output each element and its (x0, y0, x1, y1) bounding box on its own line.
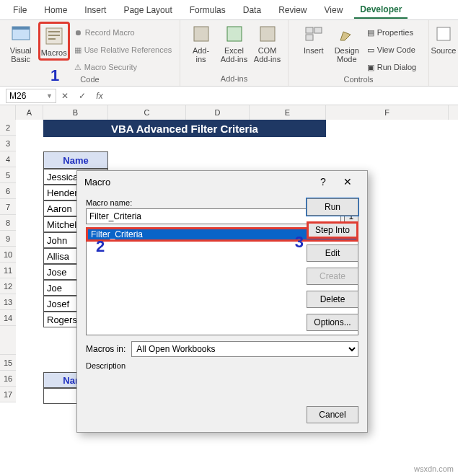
fx-button[interactable]: fx (91, 91, 108, 101)
edit-button[interactable]: Edit (307, 244, 358, 262)
cancel-button[interactable]: Cancel (307, 406, 358, 423)
addins-icon (190, 23, 212, 45)
excel-addins-button[interactable]: Excel Add-ins (219, 22, 250, 65)
row-5[interactable]: 5 (0, 167, 16, 183)
col-e[interactable]: E (250, 105, 326, 120)
insert-control-button[interactable]: Insert (298, 22, 330, 56)
row-blank[interactable] (0, 326, 16, 355)
group-code: Visual Basic Macros ⏺Record Macro ▦Use R… (0, 20, 180, 86)
tab-developer[interactable]: Developer (354, 1, 408, 19)
row-16[interactable]: 16 (0, 371, 16, 387)
record-macro-button[interactable]: ⏺Record Macro (71, 25, 175, 40)
svg-marker-12 (340, 32, 351, 40)
col-b[interactable]: B (43, 105, 108, 120)
svg-rect-1 (12, 27, 30, 30)
row-7[interactable]: 7 (0, 199, 16, 215)
macros-icon (43, 25, 65, 47)
shield-icon: ⚠ (74, 63, 82, 72)
formula-bar-row: M26▼ ✕ ✓ fx (0, 87, 458, 105)
description-label: Description (86, 361, 358, 370)
dialog-help-button[interactable]: ? (311, 176, 335, 188)
use-relative-button[interactable]: ▦Use Relative References (71, 42, 175, 58)
group-controls: Insert Design Mode ▤Properties ▭View Cod… (289, 20, 429, 86)
source-icon (433, 23, 454, 45)
properties-icon: ▤ (367, 28, 374, 38)
tab-review[interactable]: Review (273, 2, 312, 18)
row-12[interactable]: 12 (0, 278, 16, 294)
addins-button[interactable]: Add- ins (185, 22, 217, 65)
row-9[interactable]: 9 (0, 231, 16, 247)
cancel-formula-icon[interactable]: ✕ (56, 91, 74, 101)
row-13[interactable]: 13 (0, 294, 16, 310)
svg-rect-9 (306, 27, 313, 33)
svg-rect-7 (227, 27, 242, 41)
visual-basic-button[interactable]: Visual Basic (5, 22, 37, 65)
grid-icon: ▦ (74, 45, 82, 55)
design-mode-button[interactable]: Design Mode (331, 22, 363, 65)
tab-formulas[interactable]: Formulas (184, 2, 232, 18)
row-4[interactable]: 4 (0, 151, 16, 167)
com-addins-button[interactable]: COM Add-ins (252, 22, 283, 65)
view-code-icon: ▭ (367, 45, 374, 55)
dialog-titlebar[interactable]: Macro ? ✕ (77, 171, 367, 193)
macros-button[interactable]: Macros (38, 22, 70, 61)
tab-insert[interactable]: Insert (79, 2, 112, 18)
row-headers: 2 3 4 5 6 7 8 9 10 11 12 13 14 15 16 17 (0, 120, 16, 402)
tab-home[interactable]: Home (38, 2, 73, 18)
visual-basic-icon (10, 23, 32, 45)
group-code-label: Code (80, 75, 99, 85)
row-2[interactable]: 2 (0, 120, 16, 136)
svg-rect-11 (306, 35, 313, 40)
group-addins-label: Add-ins (221, 74, 247, 84)
create-button: Create (307, 268, 358, 285)
chevron-down-icon: ▼ (46, 92, 53, 100)
row-10[interactable]: 10 (0, 247, 16, 263)
tab-page-layout[interactable]: Page Layout (118, 2, 177, 18)
title-banner: VBA Advanced Filter Criteria (43, 120, 326, 137)
col-c[interactable]: C (108, 105, 186, 120)
row-17[interactable]: 17 (0, 387, 16, 402)
enter-formula-icon[interactable]: ✓ (74, 91, 91, 101)
tab-data[interactable]: Data (237, 2, 267, 18)
excel-addins-icon (224, 23, 245, 45)
view-code-button[interactable]: ▭View Code (364, 42, 419, 58)
tab-file[interactable]: File (7, 2, 32, 18)
dialog-close-button[interactable]: ✕ (335, 176, 360, 188)
svg-rect-13 (437, 27, 450, 40)
worksheet-grid[interactable]: A B C D E F 2 3 4 5 6 7 8 9 10 11 12 13 … (0, 105, 458, 120)
record-icon: ⏺ (74, 28, 82, 37)
row-6[interactable]: 6 (0, 183, 16, 199)
col-d[interactable]: D (186, 105, 250, 120)
row-11[interactable]: 11 (0, 263, 16, 278)
row-14[interactable]: 14 (0, 310, 16, 326)
row-8[interactable]: 8 (0, 215, 16, 231)
source-button[interactable]: Source (428, 22, 458, 56)
column-headers: A B C D E F (0, 105, 458, 120)
group-controls-label: Controls (344, 75, 374, 85)
tab-view[interactable]: View (319, 2, 349, 18)
name-box[interactable]: M26▼ (6, 89, 56, 103)
annotation-2: 2 (96, 237, 105, 256)
run-button[interactable]: Run (307, 198, 358, 216)
ribbon: Visual Basic Macros ⏺Record Macro ▦Use R… (0, 20, 458, 87)
row-3[interactable]: 3 (0, 136, 16, 151)
run-dialog-icon: ▣ (367, 63, 374, 72)
group-xml: Source (429, 20, 458, 86)
group-addins: Add- ins Excel Add-ins COM Add-ins Add-i… (180, 20, 289, 86)
run-dialog-button[interactable]: ▣Run Dialog (364, 59, 419, 75)
col-f[interactable]: F (326, 105, 449, 120)
annotation-3: 3 (295, 233, 304, 252)
macros-in-select[interactable]: All Open Workbooks (131, 341, 358, 357)
delete-button[interactable]: Delete (307, 291, 358, 308)
select-all-corner[interactable] (0, 105, 16, 120)
macro-security-button[interactable]: ⚠Macro Security (71, 59, 175, 75)
row-15[interactable]: 15 (0, 355, 16, 371)
col-a[interactable]: A (16, 105, 43, 120)
macro-dialog: Macro ? ✕ Macro name: ↥ Filter_Criteria … (76, 170, 368, 433)
options-button[interactable]: Options... (307, 314, 358, 331)
svg-rect-6 (194, 27, 208, 41)
macro-name-input[interactable] (86, 208, 341, 224)
properties-button[interactable]: ▤Properties (364, 25, 419, 40)
com-addins-icon (257, 23, 278, 45)
step-into-button[interactable]: Step Into (307, 221, 358, 239)
